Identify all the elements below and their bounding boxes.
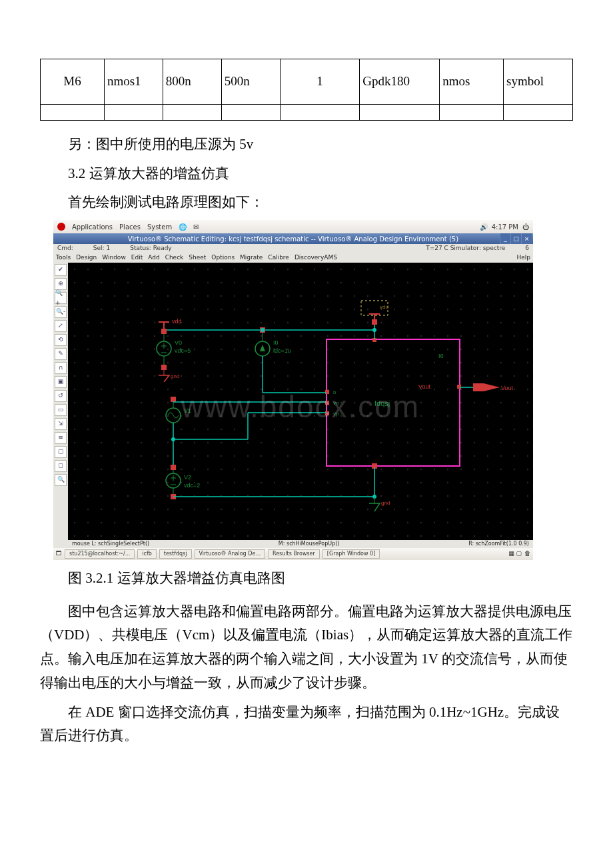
- watermark: www.bdocx.com: [181, 381, 420, 433]
- cell-1: 1: [280, 59, 360, 105]
- tool-save-icon[interactable]: ▢: [55, 446, 67, 458]
- svg-point-43: [261, 328, 265, 332]
- menu-sheet[interactable]: Sheet: [189, 253, 206, 263]
- window-title: Virtuoso® Schematic Editing: kcsj testfd…: [128, 233, 458, 245]
- menu-places[interactable]: Places: [119, 221, 141, 233]
- svg-text:vdc=2: vdc=2: [184, 482, 200, 489]
- svg-rect-16: [457, 385, 461, 389]
- trash-icon[interactable]: 🗑: [524, 549, 530, 559]
- schematic-canvas[interactable]: vdd fdqsj I6 b vn vp Vout: [68, 263, 533, 540]
- paragraph-1: 图中包含运算放大器电路和偏置电路两部分。偏置电路为运算放大器提供电源电压（VDD…: [40, 600, 573, 695]
- mouse-mid: M: schHiMousePopUp(): [279, 539, 340, 549]
- menu-options[interactable]: Options: [211, 253, 235, 263]
- tool-search-icon[interactable]: 🔍: [55, 474, 67, 486]
- task-testfdqsj[interactable]: testfdqsj: [159, 549, 192, 559]
- tool-check-icon[interactable]: ✔: [55, 264, 67, 276]
- tool-arc-icon[interactable]: ∩: [55, 362, 67, 374]
- cell-nmos1: nmos1: [104, 59, 163, 105]
- menu-edit[interactable]: Edit: [131, 253, 143, 263]
- tool-pencil-icon[interactable]: ✎: [55, 348, 67, 360]
- note-line: 另：图中所使用的电压源为 5v: [40, 133, 573, 157]
- status-cmd: Cmd:: [57, 243, 73, 253]
- task-terminal[interactable]: stu215@localhost:~/...: [65, 549, 135, 559]
- maximize-button[interactable]: □: [510, 233, 521, 244]
- menu-design[interactable]: Design: [76, 253, 97, 263]
- svg-rect-56: [171, 465, 176, 470]
- workspace-switcher[interactable]: ▦ ▢: [508, 549, 522, 559]
- cell-m6: M6: [41, 59, 105, 105]
- tool-box-icon[interactable]: ▭: [55, 404, 67, 416]
- tool-redraw-icon[interactable]: ⟲: [55, 334, 67, 346]
- cell-nmos: nmos: [440, 59, 504, 105]
- paragraph-2: 在 ADE 窗口选择交流仿真，扫描变量为频率，扫描范围为 0.1Hz~1GHz。…: [40, 701, 573, 748]
- gnome-panel: Applications Places System 🌐 ✉ 🔊 4:17 PM…: [53, 220, 533, 233]
- svg-text:gnd: gnd: [171, 373, 179, 379]
- svg-rect-49: [171, 397, 176, 402]
- task-graph[interactable]: [Graph Window 0]: [322, 549, 380, 559]
- tool-zoomin-icon[interactable]: 🔍+: [55, 292, 67, 304]
- task-icfb[interactable]: icfb: [137, 549, 157, 559]
- svg-text:Vout: Vout: [418, 383, 431, 390]
- menu-applications[interactable]: Applications: [72, 221, 113, 233]
- browser-icon[interactable]: 🌐: [179, 221, 187, 233]
- svg-rect-33: [161, 365, 167, 370]
- table-row-empty: [41, 105, 573, 121]
- status-n: 6: [525, 243, 529, 253]
- logout-icon[interactable]: ⏻: [522, 221, 529, 233]
- svg-text:vdc=5: vdc=5: [175, 347, 191, 354]
- mouse-hint-bar: mouse L: schSingleSelectPt() M: schHiMou…: [68, 540, 533, 548]
- svg-text:gnd: gnd: [381, 500, 390, 506]
- clock: 4:17 PM: [492, 221, 518, 233]
- svg-text:I0: I0: [273, 339, 279, 346]
- menu-tools[interactable]: Tools: [56, 253, 71, 263]
- speaker-icon[interactable]: 🔊: [480, 221, 488, 233]
- mail-icon[interactable]: ✉: [193, 221, 199, 233]
- cell-500n: 500n: [221, 59, 280, 105]
- section-3-2: 3.2 运算放大器的增益仿真: [40, 162, 573, 186]
- gnome-taskbar: 🗔 stu215@localhost:~/... icfb testfdqsj …: [53, 548, 533, 560]
- tool-stop-icon[interactable]: ◻: [55, 460, 67, 472]
- svg-text:V2: V2: [184, 474, 191, 481]
- menu-discovery[interactable]: DiscoveryAMS: [295, 253, 337, 263]
- tool-zoomout-icon[interactable]: 🔍-: [55, 306, 67, 318]
- tool-undo-icon[interactable]: ↺: [55, 390, 67, 402]
- close-button[interactable]: ×: [521, 233, 532, 244]
- menu-calibre[interactable]: Calibre: [268, 253, 289, 263]
- menu-check[interactable]: Check: [165, 253, 184, 263]
- window-titlebar: Virtuoso® Schematic Editing: kcsj testfd…: [53, 233, 533, 244]
- window-controls: _ □ ×: [500, 233, 532, 244]
- app-menubar: Tools Design Window Edit Add Check Sheet…: [53, 253, 533, 263]
- show-desktop-icon[interactable]: 🗔: [56, 549, 62, 559]
- table-row: M6 nmos1 800n 500n 1 Gpdk180 nmos symbol: [41, 59, 573, 105]
- status-simulator: T=27 C Simulator: spectre: [426, 243, 505, 253]
- svg-text:I6: I6: [438, 353, 444, 359]
- cell-gpdk: Gpdk180: [360, 59, 440, 105]
- svg-text:idc=1u: idc=1u: [273, 347, 291, 354]
- left-toolbar: ✔ ⊕ 🔍+ 🔍- ⤢ ⟲ ✎ ∩ ▣ ↺ ▭ ⇲ ≡ ▢ ◻ 🔍: [53, 263, 68, 548]
- tool-stretch-icon[interactable]: ⇲: [55, 418, 67, 430]
- status-sel: Sel: 1: [93, 243, 110, 253]
- spec-table: M6 nmos1 800n 500n 1 Gpdk180 nmos symbol: [40, 59, 573, 121]
- status-ready: Status: Ready: [130, 243, 172, 253]
- tool-prop-icon[interactable]: ≡: [55, 432, 67, 444]
- svg-text:vdd: vdd: [380, 304, 388, 310]
- task-results[interactable]: Results Browser: [268, 549, 320, 559]
- cell-sym: symbol: [504, 59, 573, 105]
- menu-system[interactable]: System: [147, 221, 172, 233]
- svg-text:vdd: vdd: [172, 318, 182, 325]
- menu-help[interactable]: Help: [516, 253, 530, 263]
- minimize-button[interactable]: _: [500, 233, 510, 244]
- menu-window[interactable]: Window: [102, 253, 126, 263]
- menu-migrate[interactable]: Migrate: [240, 253, 263, 263]
- tool-rect-icon[interactable]: ▣: [55, 376, 67, 388]
- cell-800n: 800n: [163, 59, 221, 105]
- svg-text:V0: V0: [175, 339, 182, 346]
- svg-text:Vout: Vout: [501, 385, 514, 391]
- mouse-left: mouse L: schSingleSelectPt(): [72, 539, 149, 549]
- task-ade[interactable]: Virtuoso® Analog De...: [195, 549, 265, 559]
- redhat-icon: [57, 223, 65, 231]
- tool-fit-icon[interactable]: ⤢: [55, 320, 67, 332]
- mouse-right: R: schZoomFit(1.0 0.9): [468, 539, 529, 549]
- svg-rect-3: [372, 319, 377, 325]
- menu-add[interactable]: Add: [148, 253, 159, 263]
